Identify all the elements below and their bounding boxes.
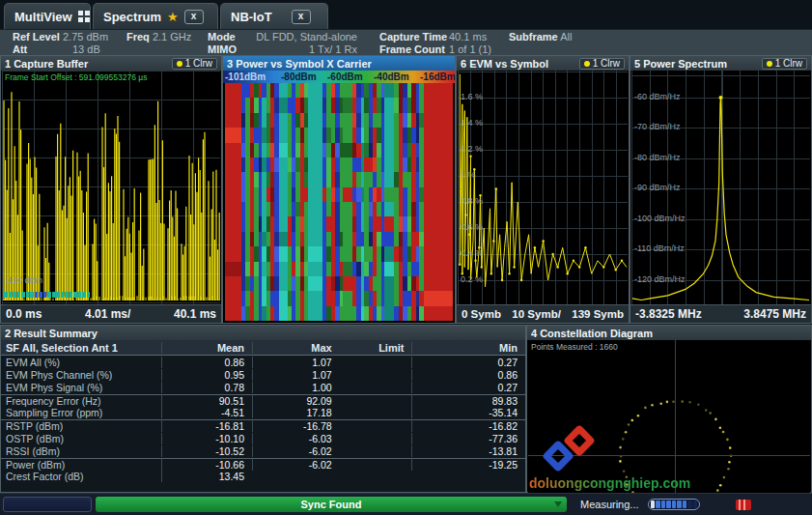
heatmap-cell	[343, 187, 352, 202]
result-summary-header[interactable]: 2 Result Summary	[1, 326, 525, 340]
trace-color-dot-icon	[767, 61, 772, 67]
heatmap-cell	[308, 202, 322, 216]
analyzed-subframes-segment	[56, 292, 60, 298]
x-axis-scale: 10 Symb/	[512, 308, 561, 320]
tab-spectrum[interactable]: Spectrum ★ x	[93, 3, 218, 29]
sync-dropdown-arrow-icon[interactable]	[554, 501, 562, 507]
trace-color-dot-icon	[584, 61, 590, 67]
favorite-star-icon: ★	[167, 10, 179, 24]
x-axis-end: 3.8475 MHz	[743, 307, 806, 321]
result-summary-table[interactable]: SF All, Selection Ant 1 Mean Max Limit M…	[1, 340, 525, 483]
mimo-field[interactable]: MIMO 1 Tx/ 1 Rx	[208, 43, 357, 55]
freq-value: 2.1 GHz	[153, 31, 191, 43]
evm-vs-symbol-header[interactable]: 6 EVM vs Symbol 1 Clrw	[457, 56, 629, 71]
analyzed-subframes-segment	[17, 292, 21, 298]
ref-level-value: 2.75 dBm	[63, 31, 108, 43]
heatmap-cell	[424, 216, 453, 231]
capture-time-label: Capture Time	[379, 31, 447, 43]
tab-multiview-label: MultiView	[14, 10, 72, 24]
heatmap-cell	[384, 143, 394, 157]
heatmap-cell	[424, 276, 453, 291]
heatmap-cell	[279, 291, 289, 305]
heatmap-cell	[308, 232, 322, 246]
att-field[interactable]: Att 13 dB	[13, 43, 109, 55]
capture-time-field[interactable]: Capture Time 40.1 ms	[379, 31, 505, 43]
warning-indicator-icon[interactable]	[736, 500, 751, 510]
analyzed-subframes-segment	[47, 292, 51, 298]
constellation-header[interactable]: 4 Constellation Diagram	[527, 326, 811, 340]
evm-vs-symbol-title: 6 EVM vs Symbol	[461, 58, 548, 70]
colorbar-label-1: -80dBm	[281, 72, 317, 82]
freq-field[interactable]: Freq 2.1 GHz	[126, 31, 191, 43]
heatmap-cell	[308, 262, 322, 276]
analyzed-subframes-segment	[52, 292, 56, 298]
spectrum-trace-button[interactable]: 1 Clrw	[762, 58, 807, 70]
ref-level-field[interactable]: Ref Level 2.75 dBm	[13, 31, 108, 43]
analyzed-subframes-segment	[65, 292, 69, 298]
heatmap[interactable]	[225, 83, 453, 321]
analyzer-window: MultiView Spectrum ★ x NB-IoT x Ref Leve…	[0, 0, 812, 515]
tab-spectrum-close-icon[interactable]: x	[184, 10, 204, 24]
result-summary-title: 2 Result Summary	[5, 328, 98, 339]
evm-vs-symbol-panel: 6 EVM vs Symbol 1 Clrw 1.6 % 1.4 % 1.2 %…	[456, 55, 630, 324]
heatmap-cell	[343, 143, 352, 157]
status-left-button[interactable]	[3, 497, 92, 512]
colorbar-label-2: -60dBm	[327, 72, 363, 82]
heatmap-cell	[384, 246, 394, 261]
heatmap-column	[225, 83, 241, 321]
heatmap-cell	[343, 157, 352, 172]
heatmap-cell	[424, 202, 453, 216]
mode-value: DL FDD, Stand-alone	[256, 31, 357, 43]
heatmap-cell	[308, 143, 322, 157]
heatmap-cell	[279, 262, 289, 276]
sync-status-text: Sync Found	[301, 499, 362, 510]
evm-trace-button[interactable]: 1 Clrw	[579, 58, 625, 70]
analyzed-subframes-segment	[78, 292, 82, 298]
mode-field[interactable]: Mode DL FDD, Stand-alone	[208, 31, 357, 43]
heatmap-cell	[308, 128, 322, 142]
heatmap-cell	[279, 202, 289, 216]
subframe-label: Subframe	[509, 31, 558, 43]
table-row: OSTP (dBm)-10.10-6.03-77.36	[1, 432, 525, 444]
col-mean: Mean	[161, 342, 252, 354]
heatmap-column	[424, 83, 453, 321]
heatmap-cell	[343, 98, 352, 112]
heatmap-cell	[225, 113, 241, 128]
heatmap-cell	[343, 276, 352, 291]
tab-nbiot-close-icon[interactable]: x	[292, 10, 311, 24]
table-row: Power (dBm)-10.66-6.02-19.25	[1, 458, 525, 471]
heatmap-cell	[343, 128, 352, 142]
colorbar-label-4: -16dBm	[420, 72, 456, 82]
tab-bar: MultiView Spectrum ★ x NB-IoT x	[0, 0, 812, 29]
heatmap-cell	[225, 172, 241, 186]
tab-multiview[interactable]: MultiView	[4, 3, 91, 29]
tab-nbiot[interactable]: NB-IoT x	[220, 3, 328, 29]
x-axis-start: -3.8325 MHz	[635, 307, 702, 321]
result-summary-colhead: SF All, Selection Ant 1 Mean Max Limit M…	[1, 340, 525, 356]
table-row: EVM Phys Signal (%)0.781.000.27	[1, 381, 525, 393]
power-spectrum-plot[interactable]: -60 dBm/Hz -70 dBm/Hz -80 dBm/Hz -90 dBm…	[631, 71, 810, 305]
power-spectrum-header[interactable]: 5 Power Spectrum 1 Clrw	[630, 56, 811, 71]
capture-buffer-header[interactable]: 1 Capture Buffer 1 Clrw	[1, 56, 221, 71]
frame-count-field[interactable]: Frame Count 1 of 1 (1)	[379, 43, 505, 55]
capture-buffer-trace-button[interactable]: 1 Clrw	[172, 58, 217, 70]
heatmap-cell	[424, 172, 453, 186]
table-row: Crest Factor (dB)13.45	[1, 471, 525, 483]
ps-ylabel-0: -60 dBm/Hz	[634, 92, 681, 101]
heatmap-column	[384, 83, 394, 321]
heatmap-cell	[225, 276, 241, 291]
capture-buffer-plot[interactable]: Frame Start Offset : 591.099553276 µs -1…	[2, 71, 220, 305]
capture-buffer-x-axis: 0.0 ms 4.01 ms/ 40.1 ms	[1, 304, 221, 323]
heatmap-cell	[343, 172, 352, 186]
power-vs-symbol-header[interactable]: 3 Power vs Symbol X Carrier	[223, 56, 455, 71]
heatmap-cell	[279, 128, 289, 142]
mimo-value: 1 Tx/ 1 Rx	[309, 43, 357, 55]
capture-buffer-trace	[2, 71, 220, 305]
subframe-field[interactable]: Subframe All	[509, 31, 572, 43]
heatmap-cell	[424, 143, 453, 157]
heatmap-cell	[343, 246, 352, 261]
col-min: Min	[411, 342, 525, 354]
evm-plot[interactable]: 1.6 % 1.4 % 1.2 % 1 % 0.8 % 0.6 % 0.4 % …	[458, 71, 628, 305]
ps-ylabel-5: -110 dBm/Hz	[634, 243, 685, 253]
analyzed-subframes-segment	[87, 292, 91, 298]
